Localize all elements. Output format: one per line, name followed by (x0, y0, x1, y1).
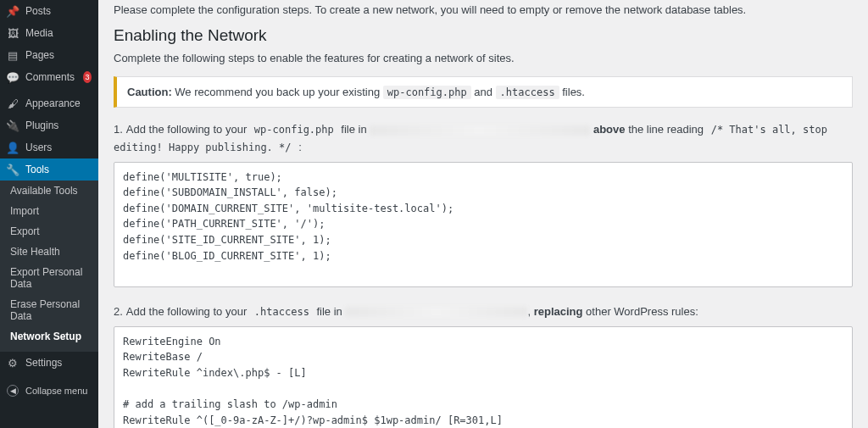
blurred-path (345, 307, 527, 317)
intro-text: Please complete the configuration steps.… (114, 3, 853, 16)
step2-number: 2. (114, 305, 123, 318)
step1-label: 1.Add the following to your wp-config.ph… (114, 121, 853, 157)
settings-icon: ⚙ (7, 357, 19, 369)
step1-colon: : (296, 141, 302, 153)
nav-label: Pages (25, 49, 54, 61)
htaccess-code-block[interactable] (114, 326, 853, 428)
caution-label: Caution: (127, 86, 172, 98)
submenu-item-network-setup[interactable]: Network Setup (0, 326, 98, 347)
collapse-label: Collapse menu (25, 386, 87, 396)
submenu-item-erase-personal-data[interactable]: Erase Personal Data (0, 294, 98, 326)
blurred-path (370, 125, 590, 136)
nav-item-settings[interactable]: ⚙Settings (0, 352, 98, 374)
users-icon: 👤 (7, 142, 19, 153)
comments-count-badge: 3 (83, 71, 92, 83)
step1-number: 1. (114, 123, 123, 136)
tools-submenu: Available ToolsImportExportSite HealthEx… (0, 181, 98, 352)
caution-text-mid: and (471, 86, 496, 98)
nav-label: Settings (25, 357, 62, 369)
comment-icon: 💬 (7, 71, 19, 83)
submenu-item-site-health[interactable]: Site Health (0, 242, 98, 262)
step2-pre: Add the following to your (126, 305, 250, 318)
nav-label: Appearance (25, 97, 81, 109)
nav-item-plugins[interactable]: 🔌Plugins (0, 114, 98, 136)
plugin-icon: 🔌 (7, 120, 19, 131)
htaccess-code: .htaccess (496, 86, 559, 99)
wp-config-code: wp-config.php (383, 86, 471, 99)
step1-mid: file in (338, 123, 370, 136)
brush-icon: 🖌 (7, 97, 19, 109)
submenu-item-import[interactable]: Import (0, 201, 98, 221)
step2-filename: .htaccess (250, 305, 314, 319)
nav-item-tools[interactable]: 🔧Tools (0, 158, 98, 181)
page-icon: ▤ (7, 49, 19, 61)
caution-text-pre: We recommend you back up your existing (172, 86, 383, 98)
submenu-item-export[interactable]: Export (0, 221, 98, 242)
step2-label: 2.Add the following to your .htaccess fi… (114, 303, 853, 321)
main-content: Please complete the configuration steps.… (98, 0, 868, 428)
nav-label: Comments (25, 71, 75, 83)
nav-label: Posts (25, 5, 51, 17)
step2-post: other WordPress rules: (582, 305, 698, 318)
section-heading: Enabling the Network (114, 26, 853, 45)
section-description: Complete the following steps to enable t… (114, 52, 853, 64)
nav-label: Plugins (25, 120, 58, 131)
step2-comma: , (527, 305, 533, 318)
caution-notice: Caution: We recommend you back up your e… (114, 76, 853, 108)
step2-replacing: replacing (534, 305, 583, 318)
step1-above: above (593, 123, 626, 136)
nav-item-appearance[interactable]: 🖌Appearance (0, 92, 98, 114)
submenu-item-available-tools[interactable]: Available Tools (0, 181, 98, 201)
collapse-icon: ◀ (7, 385, 19, 397)
nav-item-users[interactable]: 👤Users (0, 136, 98, 158)
nav-label: Media (25, 27, 53, 39)
nav-item-posts[interactable]: 📌Posts (0, 0, 98, 22)
step2-mid: file in (314, 305, 346, 318)
step1-filename: wp-config.php (250, 123, 338, 136)
submenu-item-export-personal-data[interactable]: Export Personal Data (0, 262, 98, 294)
nav-item-pages[interactable]: ▤Pages (0, 44, 98, 66)
admin-sidebar: 📌Posts🖼Media▤Pages💬Comments3 🖌Appearance… (0, 0, 98, 428)
wp-config-code-block[interactable] (114, 162, 853, 287)
nav-label: Users (25, 142, 52, 153)
step1-pre: Add the following to your (126, 123, 250, 136)
nav-item-comments[interactable]: 💬Comments3 (0, 66, 98, 88)
caution-text-post: files. (559, 86, 585, 98)
tools-icon: 🔧 (7, 164, 19, 175)
step1-post: the line reading (626, 123, 707, 136)
pin-icon: 📌 (7, 5, 19, 17)
media-icon: 🖼 (7, 27, 19, 39)
nav-item-media[interactable]: 🖼Media (0, 22, 98, 44)
nav-label: Tools (25, 164, 49, 175)
collapse-menu-button[interactable]: ◀ Collapse menu (0, 378, 98, 403)
